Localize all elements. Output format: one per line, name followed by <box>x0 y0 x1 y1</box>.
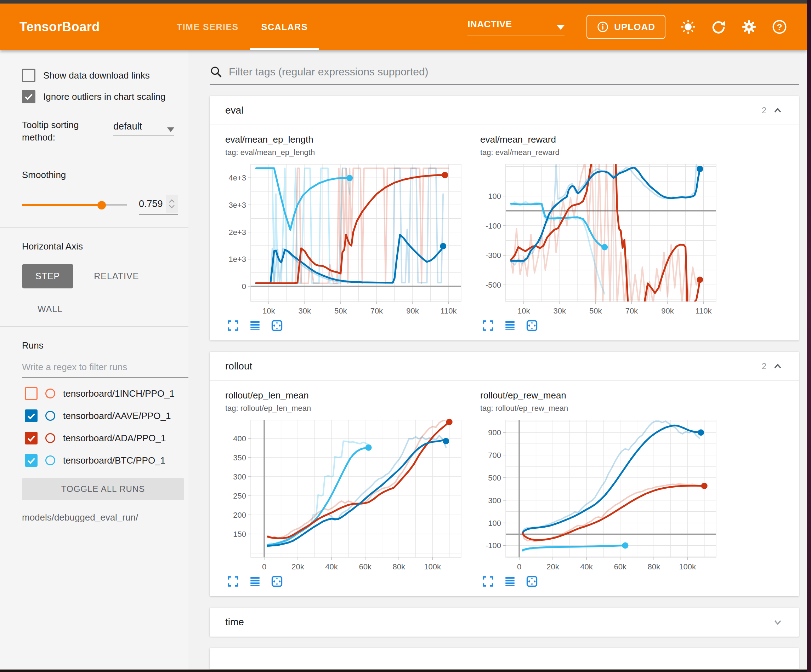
check-icon <box>27 456 36 465</box>
series-end-dot <box>701 483 708 489</box>
section-card-rollout: rollout 2 rollout/ep_len_mean tag: rollo… <box>210 352 799 596</box>
chart-tag: tag: rollout/ep_len_mean <box>225 404 470 413</box>
line-chart-svg[interactable]: 10k30k50k70k90k110k01e+32e+33e+34e+3 <box>225 161 466 317</box>
series-end-dot <box>622 542 628 548</box>
chart-title: eval/mean_ep_length <box>225 134 470 145</box>
chart-toolbar <box>227 319 470 332</box>
series-raw-tensorboard/AAVE/PPO_1 <box>523 421 699 532</box>
chart-title: rollout/ep_len_mean <box>225 390 470 401</box>
refresh-icon[interactable] <box>711 19 726 35</box>
fullscreen-icon[interactable] <box>482 575 494 588</box>
expand-lines-icon[interactable] <box>249 319 261 332</box>
expand-lines-icon[interactable] <box>249 575 261 588</box>
runs-filter-input[interactable] <box>22 362 178 372</box>
section-header-rollout[interactable]: rollout 2 <box>210 352 799 381</box>
chevron-up-icon[interactable] <box>772 361 783 372</box>
chevron-down-icon <box>169 205 175 208</box>
run-color-ring[interactable] <box>45 455 55 465</box>
svg-text:100k: 100k <box>424 562 441 571</box>
run-checkbox[interactable] <box>25 454 37 467</box>
pan-icon[interactable] <box>526 575 538 588</box>
sync-status-dropdown[interactable]: INACTIVE <box>467 19 565 36</box>
svg-text:40k: 40k <box>325 562 338 571</box>
fullscreen-icon[interactable] <box>227 319 239 332</box>
chart-toolbar <box>482 319 725 332</box>
run-color-ring[interactable] <box>45 389 55 398</box>
chevron-down-icon <box>167 127 174 132</box>
smoothing-value[interactable]: 0.759 <box>139 198 166 210</box>
chart-plot[interactable]: 10k30k50k70k90k110k01e+32e+33e+34e+3 <box>225 161 470 318</box>
run-checkbox[interactable] <box>25 432 37 444</box>
help-icon[interactable]: ? <box>772 19 787 35</box>
app-title: TensorBoard <box>19 19 100 34</box>
checkbox-label: Show data download links <box>43 70 150 81</box>
smoothing-stepper[interactable] <box>166 195 178 213</box>
upload-button[interactable]: UPLOAD <box>587 15 665 39</box>
chart-title: eval/mean_reward <box>480 134 725 145</box>
brightness-icon[interactable] <box>680 19 696 35</box>
chart-plot[interactable]: 10k30k50k70k90k110k100-100-300-500 <box>480 161 725 318</box>
chart-title: rollout/ep_rew_mean <box>480 390 725 401</box>
fullscreen-icon[interactable] <box>227 575 239 588</box>
run-row: tensorboard/BTC/PPO_1 <box>22 454 188 467</box>
axis-wall-button[interactable]: WALL <box>37 304 63 314</box>
tab-time-series[interactable]: TIME SERIES <box>165 3 250 50</box>
svg-text:-100: -100 <box>485 541 501 550</box>
svg-text:10k: 10k <box>263 306 275 315</box>
tag-filter-input[interactable] <box>229 66 799 78</box>
input-underline <box>22 377 188 377</box>
pan-icon[interactable] <box>271 575 283 588</box>
line-chart-svg[interactable]: 020k40k60k80k100k150200250300350400 <box>225 416 466 572</box>
svg-text:50k: 50k <box>334 306 347 315</box>
svg-text:0: 0 <box>517 562 521 571</box>
tab-scalars[interactable]: SCALARS <box>250 3 319 50</box>
svg-text:80k: 80k <box>647 562 660 571</box>
svg-text:50k: 50k <box>589 306 602 315</box>
line-chart-svg[interactable]: 10k30k50k70k90k110k100-100-300-500 <box>480 161 721 317</box>
svg-text:30k: 30k <box>553 306 566 315</box>
chart-toolbar <box>227 575 470 588</box>
svg-text:60k: 60k <box>359 562 372 571</box>
section-card-eval: eval 2 eval/mean_ep_length tag: eval/mea… <box>210 96 799 340</box>
run-color-ring[interactable] <box>45 411 55 421</box>
desktop-edge-strip <box>807 0 811 672</box>
smoothing-label: Smoothing <box>22 169 188 181</box>
chevron-up-icon <box>169 199 175 203</box>
axis-relative-button[interactable]: RELATIVE <box>94 271 139 281</box>
pan-icon[interactable] <box>526 319 538 332</box>
section-header-eval[interactable]: eval 2 <box>210 96 799 125</box>
slider-thumb[interactable] <box>97 201 106 210</box>
check-icon <box>24 91 34 102</box>
settings-icon[interactable] <box>741 19 757 35</box>
expand-lines-icon[interactable] <box>504 575 516 588</box>
chevron-up-icon[interactable] <box>772 105 783 116</box>
line-chart-svg[interactable]: 020k40k60k80k100k-100100300500700900 <box>480 416 721 572</box>
smoothing-slider[interactable] <box>22 201 127 209</box>
pan-icon[interactable] <box>271 319 283 332</box>
series-smoothed-tensorboard/AAVE/PPO_1 <box>256 235 443 283</box>
section-header-time[interactable]: time <box>210 608 799 636</box>
show-download-links-checkbox[interactable] <box>22 69 36 82</box>
expand-lines-icon[interactable] <box>504 319 516 332</box>
series-end-dot <box>697 276 703 283</box>
fullscreen-icon[interactable] <box>482 319 494 332</box>
chevron-down-icon[interactable] <box>772 616 783 628</box>
runs-list: tensorboard/1INCH/PPO_1tensorboard/AAVE/… <box>22 387 188 467</box>
ignore-outliers-checkbox[interactable] <box>22 90 36 103</box>
chart-plot[interactable]: 020k40k60k80k100k-100100300500700900 <box>480 416 725 574</box>
section-count: 2 <box>762 361 766 371</box>
run-label: tensorboard/ADA/PPO_1 <box>63 433 166 444</box>
chart-plot[interactable]: 020k40k60k80k100k150200250300350400 <box>225 416 470 574</box>
dashboard-main: eval 2 eval/mean_ep_length tag: eval/mea… <box>188 50 807 670</box>
axis-step-button[interactable]: STEP <box>22 264 73 288</box>
run-checkbox[interactable] <box>25 387 37 400</box>
tooltip-sorting-select[interactable]: default <box>113 121 174 136</box>
run-label: tensorboard/AAVE/PPO_1 <box>63 410 171 421</box>
svg-text:20k: 20k <box>292 562 304 571</box>
toggle-all-runs-button[interactable]: TOGGLE ALL RUNS <box>22 478 184 500</box>
svg-text:40k: 40k <box>580 562 593 571</box>
chart-card-eval-mean-reward: eval/mean_reward tag: eval/mean_reward 1… <box>480 134 725 335</box>
run-checkbox[interactable] <box>25 410 37 422</box>
svg-text:90k: 90k <box>661 306 674 315</box>
run-color-ring[interactable] <box>45 433 55 443</box>
